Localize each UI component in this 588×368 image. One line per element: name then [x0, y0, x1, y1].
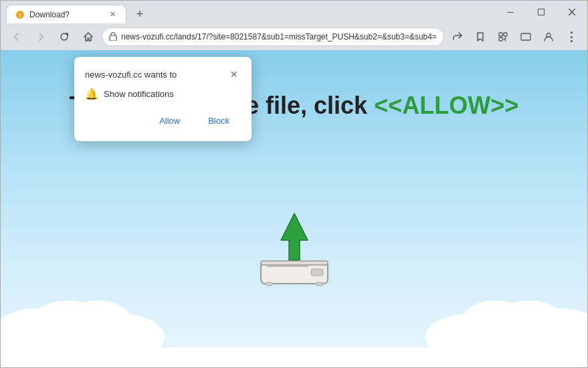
- svg-rect-16: [311, 269, 323, 276]
- svg-rect-2: [507, 12, 514, 13]
- tab-favicon: !: [15, 9, 25, 20]
- content-area: To download the file, click <<ALLOW>>: [1, 50, 587, 367]
- cast-button[interactable]: [515, 26, 536, 48]
- bookmark-button[interactable]: [470, 26, 491, 48]
- menu-button[interactable]: ⋮: [561, 26, 582, 48]
- svg-point-25: [64, 300, 131, 341]
- maximize-button[interactable]: [526, 1, 557, 23]
- svg-rect-17: [266, 282, 272, 286]
- svg-rect-7: [499, 33, 502, 36]
- svg-point-32: [462, 300, 529, 341]
- svg-rect-6: [110, 35, 116, 41]
- download-icon-svg: [251, 210, 338, 287]
- lock-icon: [109, 31, 117, 42]
- forward-button[interactable]: [30, 26, 52, 48]
- tabs-bar: ! Download? ✕ +: [1, 1, 587, 23]
- close-button[interactable]: [557, 1, 587, 23]
- extensions-button[interactable]: [492, 26, 514, 48]
- url-text: news-vozufi.cc/lands/17/?site=8021587&su…: [121, 32, 437, 41]
- notification-popup: news-vozufi.cc wants to ✕ 🔔 Show notific…: [74, 57, 252, 141]
- svg-text:!: !: [19, 12, 21, 19]
- svg-rect-3: [538, 9, 545, 15]
- svg-rect-8: [504, 33, 507, 36]
- toolbar: news-vozufi.cc/lands/17/?site=8021587&su…: [1, 23, 587, 50]
- tab-close-button[interactable]: ✕: [107, 9, 118, 20]
- notif-row: 🔔 Show notifications: [85, 88, 241, 100]
- allow-button[interactable]: Allow: [148, 111, 191, 130]
- notification-label: Show notifications: [104, 89, 174, 99]
- home-button[interactable]: [78, 26, 99, 48]
- block-button[interactable]: Block: [197, 111, 241, 130]
- notif-site-text: news-vozufi.cc wants to: [85, 70, 177, 80]
- back-button[interactable]: [6, 26, 27, 48]
- toolbar-right: ⋮: [447, 26, 582, 48]
- share-button[interactable]: [447, 26, 468, 48]
- svg-rect-10: [521, 33, 530, 40]
- notif-header: news-vozufi.cc wants to ✕: [85, 68, 241, 81]
- svg-rect-14: [261, 261, 328, 265]
- download-graphic: [251, 210, 338, 287]
- refresh-button[interactable]: [54, 26, 76, 48]
- notif-actions: Allow Block: [85, 111, 241, 130]
- new-tab-button[interactable]: +: [130, 5, 149, 23]
- notif-close-button[interactable]: ✕: [227, 68, 241, 81]
- tab-title: Download?: [29, 10, 103, 19]
- svg-rect-18: [316, 282, 323, 286]
- minimize-button[interactable]: [495, 1, 526, 23]
- svg-rect-9: [499, 37, 502, 41]
- svg-marker-12: [281, 213, 308, 260]
- address-bar[interactable]: news-vozufi.cc/lands/17/?site=8021587&su…: [102, 27, 444, 46]
- bell-icon: 🔔: [85, 88, 98, 100]
- svg-rect-34: [1, 347, 587, 367]
- browser-window: ! Download? ✕ +: [0, 0, 588, 368]
- profile-button[interactable]: [538, 26, 559, 48]
- main-text-highlight: <<ALLOW>>: [374, 92, 518, 119]
- active-tab[interactable]: ! Download? ✕: [6, 5, 126, 23]
